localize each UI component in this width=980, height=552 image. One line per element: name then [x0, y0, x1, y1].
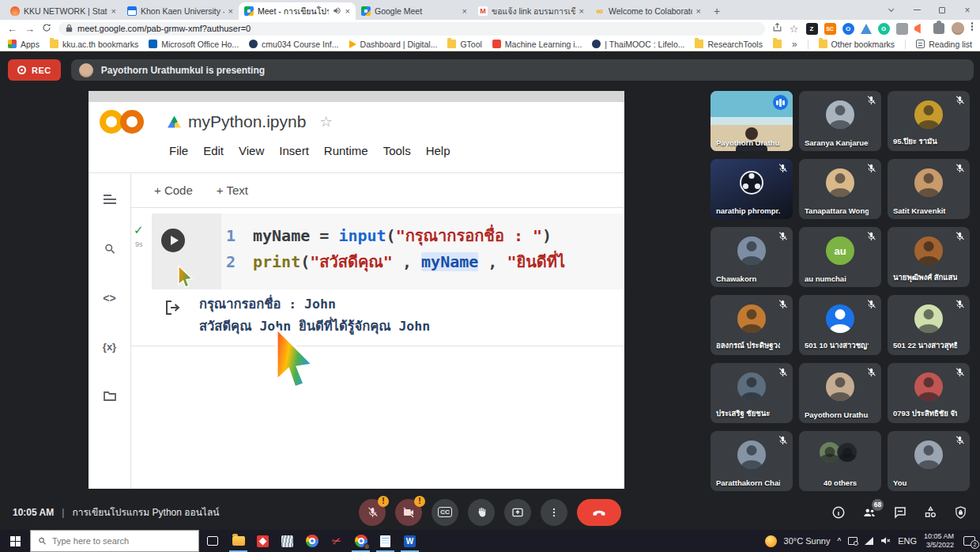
code-editor[interactable]: 1myName = input("กรุณากรอกชื่อ : ") 2pri… [215, 223, 624, 275]
participant-tile[interactable]: You [888, 431, 970, 491]
bookmark-item[interactable]: Machine Learning i... [492, 40, 582, 49]
add-text-button[interactable]: + Text [217, 183, 248, 197]
tab-close-icon[interactable]: × [696, 6, 701, 16]
participant-tile[interactable]: 95.ปิยะ รามัน [888, 91, 970, 151]
code-cell[interactable]: 1myName = input("กรุณากรอกชื่อ : ") 2pri… [152, 214, 624, 289]
address-bar[interactable]: meet.google.com/pab-grmw-xmf?authuser=0 [58, 22, 765, 36]
sc-extension-icon[interactable]: SC [824, 23, 836, 35]
bookmark-item[interactable]: cmu034 Course Inf... [249, 40, 338, 49]
close-window-button[interactable]: × [955, 0, 980, 20]
files-icon[interactable] [104, 390, 116, 404]
snip-app-icon[interactable] [324, 530, 349, 552]
participant-tile[interactable]: 0793 ประสิทธิชัย จัน... [888, 363, 970, 423]
bookmark-item[interactable]: Microsoft Office Ho... [149, 40, 239, 49]
colab-menu-item[interactable]: Edit [203, 144, 224, 157]
tab-audio-icon[interactable] [333, 6, 341, 17]
participant-tile[interactable]: Payothorn Urathu... [710, 91, 793, 151]
participant-tile[interactable]: Paratthakorn Chais... [710, 431, 793, 491]
reload-button[interactable] [42, 23, 51, 34]
megaphone-extension-icon[interactable] [914, 23, 926, 35]
taskbar-search[interactable] [30, 530, 199, 552]
participant-tile[interactable]: Satit Kravenkit [888, 159, 970, 219]
participant-tile[interactable]: Tanapattara Wong... [799, 159, 881, 219]
host-controls-button[interactable] [954, 505, 967, 520]
table-of-contents-icon[interactable] [104, 194, 116, 208]
participant-tile[interactable]: Chawakorn [710, 227, 793, 287]
colab-menu-item[interactable]: View [239, 144, 264, 157]
bookmark-item[interactable]: | ThaiMOOC : Lifelo... [592, 40, 684, 49]
bookmark-item[interactable]: kku.ac.th bookmarks [50, 40, 138, 49]
participant-tile[interactable]: 40 others [799, 431, 881, 491]
star-icon[interactable]: ☆ [319, 113, 332, 130]
tray-chevron-icon[interactable]: ^ [837, 537, 841, 546]
browser-tab[interactable]: KKU NETWORK | Status × [5, 2, 122, 20]
notepad-icon[interactable] [373, 530, 398, 552]
participant-tile[interactable]: ประเสริฐ ชัยชนะ [710, 363, 793, 423]
file-explorer-icon[interactable] [226, 530, 251, 552]
participant-tile[interactable]: au au numchai [799, 227, 881, 287]
taskbar-clock[interactable]: 10:05 AM 3/5/2022 [924, 532, 954, 550]
bookmark-item[interactable]: ResearchTools [695, 40, 762, 49]
add-code-button[interactable]: + Code [154, 183, 193, 197]
start-button[interactable] [0, 530, 30, 552]
minimize-button[interactable] [904, 0, 929, 20]
colab-menu-item[interactable]: Tools [383, 144, 411, 157]
activities-button[interactable] [923, 505, 938, 520]
raise-hand-button[interactable] [468, 499, 495, 526]
participant-tile[interactable]: 501 10 นางสาวชญา... [799, 295, 881, 355]
o-extension-icon[interactable]: O [842, 23, 854, 35]
bookmark-item[interactable]: Apps [8, 40, 40, 49]
grammarly-extension-icon[interactable]: G [878, 23, 890, 35]
tab-close-icon[interactable]: × [345, 6, 350, 16]
captions-button[interactable]: CC [432, 499, 458, 526]
red-app-icon[interactable] [251, 530, 275, 552]
colab-menu-item[interactable]: File [169, 144, 188, 157]
back-button[interactable]: ← [7, 24, 17, 34]
bookmark-item[interactable]: ConferenceJournal [773, 40, 782, 49]
volume-muted-icon[interactable] [880, 536, 891, 546]
participant-tile[interactable]: อลงกรณ์ ประดิษฐวงษ์ [710, 295, 793, 355]
notebook-title[interactable]: myPython.ipynb [188, 112, 306, 131]
code-line[interactable]: 2print("สวัสดีคุณ" , myName , "ยินดีที่ไ [215, 249, 624, 275]
bookmark-item[interactable]: GTool [447, 40, 481, 49]
participant-tile[interactable]: Payothorn Urathu... [799, 363, 881, 423]
browser-tab[interactable]: Welcome to Colaboratory - Cola × [590, 2, 707, 20]
colab-menu-item[interactable]: Insert [279, 144, 309, 157]
tab-close-icon[interactable]: × [228, 6, 233, 16]
tab-close-icon[interactable]: × [111, 6, 116, 16]
search-icon[interactable] [104, 243, 115, 258]
present-button[interactable] [504, 499, 531, 526]
bookmark-item[interactable]: Dashboard | Digital... [349, 40, 438, 49]
variables-icon[interactable]: {x} [103, 341, 116, 353]
tab-close-icon[interactable]: × [579, 6, 584, 16]
reading-list[interactable]: Reading list [916, 40, 972, 49]
camera-button[interactable]: ! [395, 499, 422, 526]
tab-close-icon[interactable]: × [462, 6, 467, 16]
browser-tab[interactable]: Meet - การเขียนโปรแกรม Pytho × [239, 2, 356, 20]
colab-menu-item[interactable]: Help [426, 144, 450, 157]
more-options-button[interactable] [541, 499, 567, 526]
profile-avatar[interactable] [952, 22, 964, 35]
browser-tab[interactable]: ขอแจ้ง link อบรมการเขียนโปรแกรม P × [473, 2, 590, 20]
language-indicator[interactable]: ENG [898, 536, 917, 546]
extensions-puzzle-icon[interactable] [933, 23, 944, 34]
weather-text[interactable]: 30°C Sunny [784, 536, 831, 546]
run-cell-button[interactable] [161, 229, 185, 252]
browser-tab[interactable]: Google Meet × [356, 2, 473, 20]
end-call-button[interactable] [577, 499, 621, 526]
bookmark-star-icon[interactable]: ☆ [790, 23, 799, 35]
network-icon[interactable] [865, 537, 873, 545]
task-view-button[interactable] [199, 530, 226, 552]
info-button[interactable] [831, 505, 846, 520]
tray-window-icon[interactable] [848, 537, 858, 545]
word-icon[interactable] [398, 530, 422, 552]
arrow-extension-icon[interactable] [861, 24, 872, 34]
other-bookmarks[interactable]: Other bookmarks [819, 40, 895, 49]
code-line[interactable]: 1myName = input("กรุณากรอกชื่อ : ") [215, 223, 624, 249]
participant-tile[interactable]: 501 22 นางสาวสุทธิ... [888, 295, 970, 355]
chrome-profile-icon[interactable] [349, 530, 373, 552]
new-tab-button[interactable]: + [707, 2, 727, 20]
tab-search-icon[interactable] [879, 0, 904, 20]
participant-tile[interactable]: narathip phrompr... [710, 159, 793, 219]
camera-extension-icon[interactable] [896, 23, 908, 35]
